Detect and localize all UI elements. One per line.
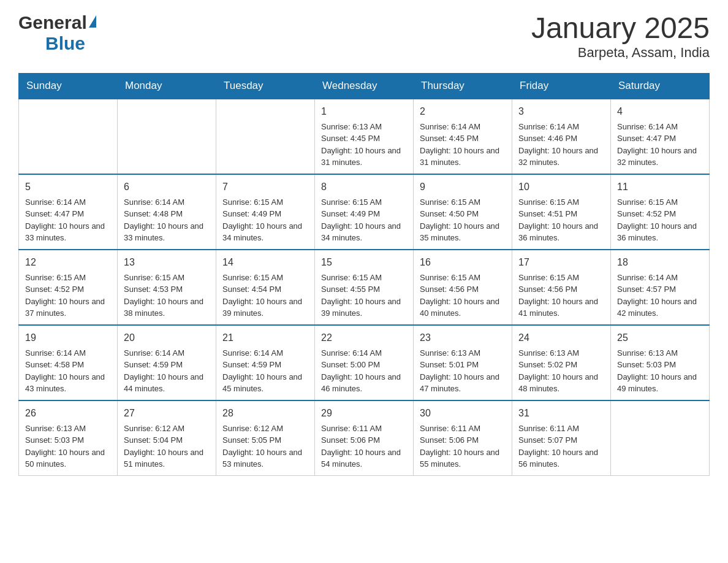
calendar-cell: 11Sunrise: 6:15 AMSunset: 4:52 PMDayligh…: [611, 174, 710, 250]
day-number: 15: [321, 255, 407, 270]
calendar-cell: 25Sunrise: 6:13 AMSunset: 5:03 PMDayligh…: [611, 325, 710, 400]
day-number: 25: [617, 331, 703, 345]
day-info: Sunrise: 6:14 AMSunset: 4:45 PMDaylight:…: [420, 121, 506, 169]
calendar-cell: 19Sunrise: 6:14 AMSunset: 4:58 PMDayligh…: [19, 325, 118, 400]
calendar-cell: 30Sunrise: 6:11 AMSunset: 5:06 PMDayligh…: [414, 400, 512, 476]
day-number: 28: [222, 406, 308, 421]
calendar-cell: 8Sunrise: 6:15 AMSunset: 4:49 PMDaylight…: [315, 174, 414, 250]
day-info: Sunrise: 6:14 AMSunset: 4:59 PMDaylight:…: [222, 347, 308, 395]
calendar-cell: 2Sunrise: 6:14 AMSunset: 4:45 PMDaylight…: [414, 99, 512, 174]
calendar-cell: 5Sunrise: 6:14 AMSunset: 4:47 PMDaylight…: [19, 174, 118, 250]
day-info: Sunrise: 6:11 AMSunset: 5:07 PMDaylight:…: [518, 423, 604, 470]
day-info: Sunrise: 6:15 AMSunset: 4:55 PMDaylight:…: [321, 272, 407, 320]
day-info: Sunrise: 6:15 AMSunset: 4:51 PMDaylight:…: [518, 196, 604, 244]
calendar-cell: 17Sunrise: 6:15 AMSunset: 4:56 PMDayligh…: [512, 250, 611, 325]
day-info: Sunrise: 6:15 AMSunset: 4:56 PMDaylight:…: [420, 272, 506, 320]
day-info: Sunrise: 6:14 AMSunset: 5:00 PMDaylight:…: [321, 347, 407, 395]
calendar-week-row: 19Sunrise: 6:14 AMSunset: 4:58 PMDayligh…: [19, 325, 710, 400]
calendar-header-saturday: Saturday: [611, 73, 710, 99]
day-number: 11: [617, 180, 703, 194]
day-info: Sunrise: 6:15 AMSunset: 4:53 PMDaylight:…: [124, 272, 210, 320]
calendar-cell: 29Sunrise: 6:11 AMSunset: 5:06 PMDayligh…: [315, 400, 414, 476]
calendar-cell: [118, 99, 216, 174]
day-number: 8: [321, 180, 407, 194]
day-number: 31: [518, 406, 604, 421]
calendar-cell: 21Sunrise: 6:14 AMSunset: 4:59 PMDayligh…: [216, 325, 315, 400]
calendar-cell: 4Sunrise: 6:14 AMSunset: 4:47 PMDaylight…: [611, 99, 710, 174]
calendar-week-row: 5Sunrise: 6:14 AMSunset: 4:47 PMDaylight…: [19, 174, 710, 250]
calendar-cell: 23Sunrise: 6:13 AMSunset: 5:01 PMDayligh…: [414, 325, 512, 400]
calendar-cell: 26Sunrise: 6:13 AMSunset: 5:03 PMDayligh…: [19, 400, 118, 476]
day-info: Sunrise: 6:12 AMSunset: 5:04 PMDaylight:…: [124, 423, 210, 470]
calendar-cell: 13Sunrise: 6:15 AMSunset: 4:53 PMDayligh…: [118, 250, 216, 325]
calendar-week-row: 12Sunrise: 6:15 AMSunset: 4:52 PMDayligh…: [19, 250, 710, 325]
calendar-cell: 27Sunrise: 6:12 AMSunset: 5:04 PMDayligh…: [118, 400, 216, 476]
calendar-header-wednesday: Wednesday: [315, 73, 414, 99]
day-number: 23: [420, 331, 506, 345]
calendar-header-thursday: Thursday: [414, 73, 512, 99]
day-number: 21: [222, 331, 308, 345]
calendar-cell: 24Sunrise: 6:13 AMSunset: 5:02 PMDayligh…: [512, 325, 611, 400]
logo-arrow-icon: [89, 15, 96, 28]
day-info: Sunrise: 6:15 AMSunset: 4:50 PMDaylight:…: [420, 196, 506, 244]
day-info: Sunrise: 6:14 AMSunset: 4:46 PMDaylight:…: [518, 121, 604, 169]
day-number: 2: [420, 104, 506, 119]
day-number: 4: [617, 104, 703, 119]
calendar-cell: 28Sunrise: 6:12 AMSunset: 5:05 PMDayligh…: [216, 400, 315, 476]
calendar-cell: 10Sunrise: 6:15 AMSunset: 4:51 PMDayligh…: [512, 174, 611, 250]
day-info: Sunrise: 6:14 AMSunset: 4:59 PMDaylight:…: [124, 347, 210, 395]
day-number: 10: [518, 180, 604, 194]
title-section: January 2025 Barpeta, Assam, India: [531, 12, 710, 61]
day-number: 27: [124, 406, 210, 421]
day-info: Sunrise: 6:14 AMSunset: 4:58 PMDaylight:…: [25, 347, 111, 395]
calendar-cell: 6Sunrise: 6:14 AMSunset: 4:48 PMDaylight…: [118, 174, 216, 250]
day-number: 3: [518, 104, 604, 119]
calendar-cell: [216, 99, 315, 174]
day-info: Sunrise: 6:15 AMSunset: 4:52 PMDaylight:…: [617, 196, 703, 244]
calendar-cell: [611, 400, 710, 476]
day-info: Sunrise: 6:13 AMSunset: 5:03 PMDaylight:…: [25, 423, 111, 470]
day-number: 6: [124, 180, 210, 194]
calendar-cell: 9Sunrise: 6:15 AMSunset: 4:50 PMDaylight…: [414, 174, 512, 250]
logo-general-text: General: [18, 12, 87, 33]
day-info: Sunrise: 6:15 AMSunset: 4:49 PMDaylight:…: [222, 196, 308, 244]
day-number: 20: [124, 331, 210, 345]
day-info: Sunrise: 6:13 AMSunset: 5:02 PMDaylight:…: [518, 347, 604, 395]
day-info: Sunrise: 6:15 AMSunset: 4:49 PMDaylight:…: [321, 196, 407, 244]
day-info: Sunrise: 6:13 AMSunset: 4:45 PMDaylight:…: [321, 121, 407, 169]
calendar-cell: 18Sunrise: 6:14 AMSunset: 4:57 PMDayligh…: [611, 250, 710, 325]
calendar-cell: 12Sunrise: 6:15 AMSunset: 4:52 PMDayligh…: [19, 250, 118, 325]
day-info: Sunrise: 6:13 AMSunset: 5:01 PMDaylight:…: [420, 347, 506, 395]
day-info: Sunrise: 6:12 AMSunset: 5:05 PMDaylight:…: [222, 423, 308, 470]
day-info: Sunrise: 6:11 AMSunset: 5:06 PMDaylight:…: [321, 423, 407, 470]
day-number: 19: [25, 331, 111, 345]
day-number: 13: [124, 255, 210, 270]
calendar-week-row: 26Sunrise: 6:13 AMSunset: 5:03 PMDayligh…: [19, 400, 710, 476]
calendar-cell: 31Sunrise: 6:11 AMSunset: 5:07 PMDayligh…: [512, 400, 611, 476]
calendar-cell: 15Sunrise: 6:15 AMSunset: 4:55 PMDayligh…: [315, 250, 414, 325]
day-info: Sunrise: 6:15 AMSunset: 4:54 PMDaylight:…: [222, 272, 308, 320]
day-number: 5: [25, 180, 111, 194]
calendar-cell: 22Sunrise: 6:14 AMSunset: 5:00 PMDayligh…: [315, 325, 414, 400]
day-info: Sunrise: 6:14 AMSunset: 4:48 PMDaylight:…: [124, 196, 210, 244]
calendar-cell: [19, 99, 118, 174]
calendar-cell: 7Sunrise: 6:15 AMSunset: 4:49 PMDaylight…: [216, 174, 315, 250]
day-number: 12: [25, 255, 111, 270]
day-number: 18: [617, 255, 703, 270]
page-header: General Blue January 2025 Barpeta, Assam…: [18, 12, 710, 61]
day-number: 7: [222, 180, 308, 194]
calendar-header-sunday: Sunday: [19, 73, 118, 99]
month-title: January 2025: [531, 12, 710, 45]
logo: General Blue: [18, 12, 96, 54]
location-text: Barpeta, Assam, India: [531, 45, 710, 61]
day-number: 22: [321, 331, 407, 345]
day-number: 16: [420, 255, 506, 270]
day-number: 26: [25, 406, 111, 421]
calendar-header-friday: Friday: [512, 73, 611, 99]
calendar-header-monday: Monday: [118, 73, 216, 99]
calendar-cell: 20Sunrise: 6:14 AMSunset: 4:59 PMDayligh…: [118, 325, 216, 400]
day-info: Sunrise: 6:15 AMSunset: 4:56 PMDaylight:…: [518, 272, 604, 320]
day-number: 24: [518, 331, 604, 345]
day-info: Sunrise: 6:15 AMSunset: 4:52 PMDaylight:…: [25, 272, 111, 320]
calendar-cell: 3Sunrise: 6:14 AMSunset: 4:46 PMDaylight…: [512, 99, 611, 174]
